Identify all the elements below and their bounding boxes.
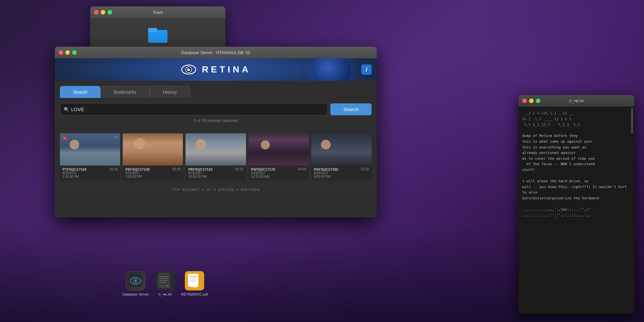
video-info-4: 02:32 PAFSQC17182 8/29/2017 8:00:00 PM — [311, 166, 372, 180]
db-eye-icon — [129, 274, 142, 287]
svg-rect-12 — [159, 280, 168, 281]
editor-scroll-thumb — [631, 108, 633, 134]
retina-brand: RETINA — [181, 62, 251, 78]
trash-titlebar: Trash — [90, 6, 225, 18]
person-face — [321, 140, 331, 149]
bookmark-icon: 🔖 — [62, 135, 67, 140]
video-thumb-2 — [185, 133, 246, 166]
video-thumb-3 — [249, 133, 309, 166]
retina-globe — [312, 58, 351, 81]
text-editor-title: (•_•♦).txt — [569, 99, 583, 103]
svg-rect-10 — [159, 276, 168, 277]
tab-search[interactable]: Search — [60, 86, 100, 98]
tabs-bar: Search Bookmarks History — [55, 81, 377, 98]
trash-minimize-button[interactable] — [101, 10, 105, 14]
dock-item-database-server[interactable]: Database Server — [122, 271, 149, 296]
classification-bar: TOP SECRET // SI // ORCON // NOFORN — [55, 185, 377, 194]
text-editor-titlebar: (•_•♦).txt — [518, 95, 634, 107]
video-card-3[interactable]: 03:49 P5FSQC17170 8/23/2017 12:35:00 AM — [249, 133, 309, 180]
video-date-4: 8/29/2017 8:00:00 PM — [314, 171, 369, 178]
retina-brand-name: RETINA — [202, 64, 251, 75]
trash-window-title: Trash — [153, 10, 163, 15]
db-close-button[interactable] — [59, 50, 63, 55]
video-info-1: 03:29 PAFSQC17138 8/15/2017 7:00:00 PM — [123, 166, 183, 180]
search-area: 🔍 Search 5 of 35 records returned — [55, 98, 377, 131]
db-traffic-lights — [59, 50, 77, 55]
db-window-title: Database Server - RTNANSA.DB: 55 — [181, 50, 250, 55]
editor-close-button[interactable] — [522, 99, 527, 103]
svg-text:PDF: PDF — [191, 285, 198, 289]
results-count: 5 of 35 records returned — [60, 116, 372, 126]
video-date-1: 8/15/2017 7:00:00 PM — [125, 171, 180, 178]
editor-maximize-button[interactable] — [536, 99, 540, 103]
dock-area: Database Server (•_•♦) (•_•♦).txt — [122, 271, 208, 296]
video-thumb-4 — [311, 133, 372, 166]
video-duration-2: 02:23 — [235, 167, 243, 171]
video-duration-4: 02:32 — [361, 167, 369, 171]
search-input[interactable] — [60, 103, 328, 116]
editor-traffic-lights — [522, 99, 540, 103]
video-info-2: 02:23 PAFSQC17133 8/15/2017 10:00:00 PM — [185, 166, 246, 180]
person-face — [134, 138, 145, 149]
database-server-window: Database Server - RTNANSA.DB: 55 RETINA … — [55, 47, 377, 217]
svg-text:(•_•♦): (•_•♦) — [160, 285, 170, 288]
person-face — [261, 140, 270, 149]
editor-scrollbar[interactable] — [631, 108, 633, 314]
editor-minimize-button[interactable] — [529, 99, 534, 103]
video-card-0[interactable]: 🔖 👁 02:18 P7FSQC17126 8/15/2017 1:00:00 … — [60, 133, 120, 180]
search-icon: 🔍 — [64, 107, 69, 112]
person-face — [196, 139, 206, 149]
tab-history[interactable]: History — [149, 86, 190, 98]
svg-rect-19 — [189, 280, 196, 280]
video-duration-1: 03:29 — [172, 167, 180, 171]
video-thumb-1: 👁 — [123, 133, 183, 166]
svg-point-3 — [189, 68, 190, 70]
trash-window: Trash — [90, 6, 225, 52]
tab-bookmarks[interactable]: Bookmarks — [100, 86, 149, 98]
video-card-2[interactable]: 02:23 PAFSQC17133 8/15/2017 10:00:00 PM — [185, 133, 246, 180]
svg-point-2 — [187, 68, 190, 71]
retina-header: RETINA i — [55, 58, 377, 81]
txt-file-icon: (•_•♦) — [156, 271, 175, 290]
pdf-file-icon: PDF — [185, 271, 204, 290]
svg-point-7 — [135, 280, 137, 282]
dock-icon-db — [126, 271, 145, 290]
trash-close-button[interactable] — [94, 10, 99, 14]
db-maximize-button[interactable] — [72, 50, 77, 55]
person-face — [70, 140, 79, 149]
video-duration-0: 02:18 — [109, 167, 118, 171]
video-duration-3: 03:49 — [298, 167, 306, 171]
folder-icon — [148, 27, 167, 43]
search-row: 🔍 Search — [60, 103, 372, 116]
trash-maximize-button[interactable] — [108, 10, 112, 14]
svg-rect-18 — [189, 278, 196, 279]
search-input-wrap: 🔍 — [60, 103, 328, 116]
svg-rect-11 — [159, 278, 167, 279]
video-date-2: 8/15/2017 10:00:00 PM — [188, 171, 243, 178]
dock-item-txt[interactable]: (•_•♦) (•_•♦).txt — [156, 271, 175, 296]
dock-item-pdf[interactable]: PDF RETINADOC.pdf — [181, 271, 208, 296]
dock-label-txt: (•_•♦).txt — [158, 292, 172, 296]
video-thumb-0: 🔖 👁 — [60, 133, 120, 166]
text-editor-window: (•_•♦).txt _/ | < //\ \ | _ /| __ \\ | .… — [518, 95, 634, 314]
svg-rect-20 — [189, 281, 195, 282]
video-card-1[interactable]: 👁 03:29 PAFSQC17138 8/15/2017 7:00:00 PM — [123, 133, 183, 180]
video-date-0: 8/15/2017 1:00:00 PM — [62, 171, 118, 178]
dock-label-database-server: Database Server — [122, 292, 149, 296]
video-card-4[interactable]: 02:32 PAFSQC17182 8/29/2017 8:00:00 PM — [311, 133, 372, 180]
video-grid: 🔖 👁 02:18 P7FSQC17126 8/15/2017 1:00:00 … — [55, 131, 377, 185]
dock-icon-pdf: PDF — [185, 271, 204, 290]
search-button[interactable]: Search — [330, 103, 372, 115]
eye-icon: 👁 — [177, 135, 181, 140]
traffic-lights — [94, 10, 112, 14]
video-info-0: 02:18 P7FSQC17126 8/15/2017 1:00:00 PM — [60, 166, 120, 180]
dock-label-pdf: RETINADOC.pdf — [181, 292, 208, 296]
text-editor-content: _/ | < //\ \ | _ /| __ \\ | .\ / ____ \|… — [518, 107, 634, 314]
dock-icon-txt: (•_•♦) — [156, 271, 175, 290]
info-button[interactable]: i — [361, 64, 372, 75]
db-minimize-button[interactable] — [65, 50, 70, 55]
video-info-3: 03:49 P5FSQC17170 8/23/2017 12:35:00 AM — [249, 166, 309, 180]
eye-icon: 👁 — [114, 135, 118, 140]
text-editor-text: _/ | < //\ \ | _ /| __ \\ | .\ / ____ \|… — [522, 110, 630, 218]
retina-eye-logo — [181, 62, 197, 78]
